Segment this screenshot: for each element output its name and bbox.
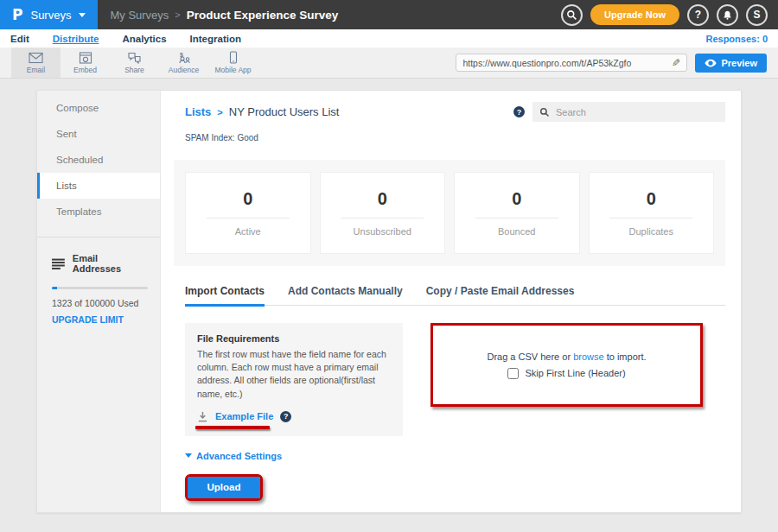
list-detail-main: Lists > NY Product Users List ? SPAM Ind… <box>161 91 743 512</box>
annotation-box-upload: Upload <box>185 474 263 501</box>
survey-url-input[interactable] <box>462 58 672 68</box>
example-file-link[interactable]: Example File <box>215 411 273 421</box>
avatar[interactable]: S <box>746 4 768 26</box>
spam-index: SPAM Index: Good <box>185 133 725 142</box>
email-sidebar: Compose Sent Scheduled Lists Templates E… <box>37 91 161 512</box>
tab-import-contacts[interactable]: Import Contacts <box>185 285 265 307</box>
channel-label: Email <box>27 66 45 74</box>
stat-label: Active <box>235 226 261 237</box>
eye-icon <box>705 59 717 67</box>
list-header-right: ? <box>513 102 725 122</box>
toolbar-right: ✎ Preview <box>456 48 778 78</box>
sidebar-item-compose[interactable]: Compose <box>37 95 160 121</box>
annotation-underline <box>195 426 270 429</box>
example-file-row: Example File ? <box>197 411 291 422</box>
stat-card-unsubscribed[interactable]: 0 Unsubscribed <box>320 172 446 254</box>
tab-integration[interactable]: Integration <box>190 34 241 44</box>
edit-url-icon[interactable]: ✎ <box>672 57 680 69</box>
channel-audience[interactable]: $ Audience <box>159 48 208 78</box>
channel-label: Mobile App <box>214 66 251 74</box>
stat-card-bounced[interactable]: 0 Bounced <box>454 172 580 254</box>
browse-link[interactable]: browse <box>573 352 603 362</box>
file-requirements-body: The first row must have the field name f… <box>197 348 391 401</box>
topbar-actions: Upgrade Now ? S <box>561 4 778 26</box>
usage-progress-bar <box>52 287 148 289</box>
tab-analytics[interactable]: Analytics <box>122 34 166 44</box>
stat-card-duplicates[interactable]: 0 Duplicates <box>589 172 715 254</box>
file-requirements-box: File Requirements The first row must hav… <box>185 323 403 436</box>
file-requirements-title: File Requirements <box>197 333 391 344</box>
search-icon <box>566 10 577 21</box>
contacts-tabs: Import Contacts Add Contacts Manually Co… <box>185 285 725 306</box>
responses-count[interactable]: Responses: 0 <box>705 34 768 44</box>
survey-nav: Edit Distribute Analytics Integration Re… <box>0 29 778 48</box>
upload-button[interactable]: Upload <box>188 477 260 498</box>
mobile-app-icon <box>228 51 239 64</box>
search-input[interactable] <box>556 107 718 117</box>
skip-first-line-option: Skip First Line (Header) <box>507 368 625 379</box>
help-button[interactable]: ? <box>687 4 709 26</box>
breadcrumb-separator: > <box>217 107 222 117</box>
advanced-settings-toggle[interactable]: Advanced Settings <box>185 451 282 461</box>
sidebar-item-lists[interactable]: Lists <box>37 173 160 199</box>
notifications-button[interactable] <box>717 4 738 26</box>
channel-label: Audience <box>169 66 199 74</box>
import-contacts-panel: File Requirements The first row must hav… <box>185 323 725 436</box>
list-icon <box>52 258 65 269</box>
tab-edit[interactable]: Edit <box>10 34 29 44</box>
questionpro-logo: P <box>12 6 22 23</box>
contact-search-box <box>532 102 725 122</box>
search-icon <box>539 107 550 117</box>
chevron-down-icon <box>185 453 192 458</box>
channel-mobile-app[interactable]: Mobile App <box>208 48 258 78</box>
sidebar-item-templates[interactable]: Templates <box>37 199 160 225</box>
channel-share[interactable]: Share <box>110 48 159 78</box>
stat-card-active[interactable]: 0 Active <box>185 172 311 254</box>
list-breadcrumb: Lists > NY Product Users List <box>185 105 339 118</box>
stat-divider <box>341 218 424 218</box>
list-header: Lists > NY Product Users List ? <box>185 102 725 122</box>
stat-label: Duplicates <box>629 226 673 237</box>
channel-embed[interactable]: Embed <box>61 48 110 78</box>
tab-copy-paste-email-addresses[interactable]: Copy / Paste Email Addresses <box>426 285 575 307</box>
email-addresses-header: Email Addresses <box>52 253 148 274</box>
upgrade-limit-link[interactable]: UPGRADE LIMIT <box>52 314 148 325</box>
help-badge-icon[interactable]: ? <box>513 106 525 117</box>
top-navbar: P Surveys My Surveys > Product Experienc… <box>0 0 778 29</box>
stat-value: 0 <box>378 189 387 209</box>
tab-distribute[interactable]: Distribute <box>53 34 99 44</box>
email-addresses-title: Email Addresses <box>73 253 148 274</box>
product-switcher[interactable]: P Surveys <box>0 0 98 29</box>
channel-email[interactable]: Email <box>11 48 61 78</box>
stats-strip: 0 Active 0 Unsubscribed 0 Bounced 0 <box>174 160 725 266</box>
tab-add-contacts-manually[interactable]: Add Contacts Manually <box>288 285 403 307</box>
sidebar-item-scheduled[interactable]: Scheduled <box>37 147 160 173</box>
skip-first-line-checkbox[interactable] <box>507 368 519 379</box>
stat-label: Unsubscribed <box>354 226 411 237</box>
sidebar-item-sent[interactable]: Sent <box>37 121 160 147</box>
product-name: Surveys <box>30 9 71 22</box>
embed-icon <box>79 52 92 64</box>
survey-url-box: ✎ <box>456 54 687 72</box>
channel-label: Share <box>124 66 144 74</box>
stat-value: 0 <box>243 189 252 209</box>
stat-value: 0 <box>512 189 521 209</box>
usage-text: 1323 of 100000 Used <box>52 298 148 308</box>
email-addresses-block: Email Addresses 1323 of 100000 Used UPGR… <box>37 238 160 325</box>
audience-icon: $ <box>176 52 192 64</box>
lists-breadcrumb-link[interactable]: Lists <box>185 105 211 118</box>
preview-button[interactable]: Preview <box>695 54 767 73</box>
stat-divider <box>475 218 558 218</box>
chevron-down-icon <box>79 13 86 17</box>
survey-title: Product Experience Survey <box>187 9 339 22</box>
channel-label: Embed <box>73 66 97 74</box>
search-button[interactable] <box>561 4 583 26</box>
advanced-settings-label: Advanced Settings <box>196 451 282 461</box>
example-file-help-icon[interactable]: ? <box>280 411 291 422</box>
csv-dropzone[interactable]: Drag a CSV here or browse to import. Ski… <box>433 326 700 404</box>
dropzone-text: Drag a CSV here or browse to import. <box>487 352 646 362</box>
stat-label: Bounced <box>498 226 535 237</box>
dropzone-text-after: to import. <box>607 352 647 362</box>
breadcrumb-parent[interactable]: My Surveys <box>110 9 169 22</box>
upgrade-now-button[interactable]: Upgrade Now <box>590 4 679 25</box>
